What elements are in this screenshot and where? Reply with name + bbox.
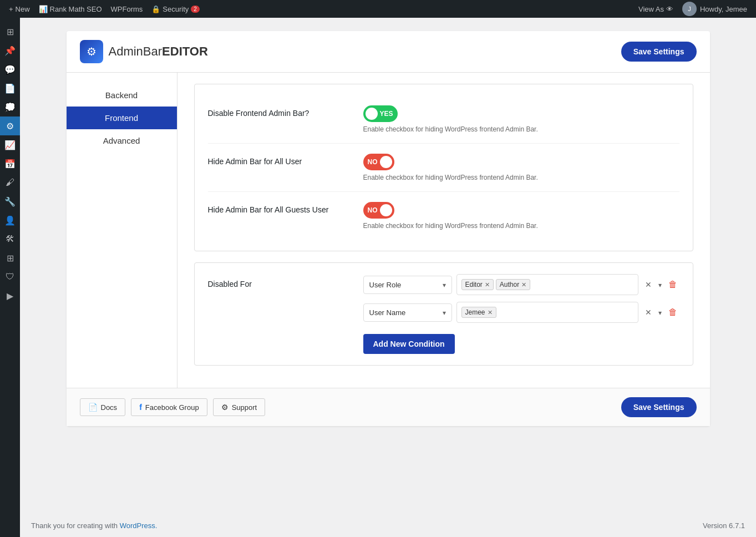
remove-jemee-tag[interactable]: ✕	[488, 309, 493, 316]
view-as-button[interactable]: View As 👁	[634, 0, 678, 18]
disabled-for-row: Disabled For User Role Editor	[208, 274, 679, 354]
condition-value-area-1[interactable]: Editor ✕ Author ✕	[456, 274, 638, 295]
toggle-knob-no	[380, 156, 392, 168]
sidebar-icon-bubble[interactable]: 💭	[0, 98, 20, 116]
facebook-icon: f	[139, 403, 142, 412]
expand-condition-2[interactable]	[656, 306, 664, 319]
admin-bar-item-security[interactable]: 🔒 Security 2	[147, 0, 204, 18]
plugin-content: Backend Frontend Advanced Disable Fronte…	[67, 73, 710, 388]
wordpress-link[interactable]: WordPress.	[120, 521, 158, 530]
remove-editor-tag[interactable]: ✕	[485, 281, 490, 288]
toggle-knob-guests-no	[380, 204, 392, 216]
sidebar-icon-brush[interactable]: 🖌	[0, 173, 20, 192]
admin-bar-item-rankmath[interactable]: 📊 Rank Math SEO	[34, 0, 106, 18]
plugin-logo: ⚙ AdminBarEDITOR	[80, 40, 208, 63]
support-icon: ⚙	[221, 403, 229, 412]
sidebar-icon-analytics[interactable]: 📈	[0, 135, 20, 154]
setting-control-disable: YES Enable checkbox for hiding WordPress…	[363, 105, 679, 133]
footer-support-link[interactable]: ⚙ Support	[213, 398, 266, 416]
setting-row-hide-all: Hide Admin Bar for All User NO Enable ch…	[208, 144, 679, 192]
docs-icon: 📄	[88, 403, 98, 412]
sidebar-icon-adminbar[interactable]: ⚙	[0, 116, 20, 135]
add-new-condition-button[interactable]: Add New Condition	[363, 334, 455, 354]
sidebar-icon-pages[interactable]: 📄	[0, 79, 20, 98]
sidebar-icon-grid[interactable]: ⊞	[0, 249, 20, 267]
security-icon: 🔒	[151, 5, 160, 13]
tag-author: Author ✕	[496, 279, 530, 290]
tag-editor: Editor ✕	[461, 279, 494, 290]
condition-type-select-1[interactable]: User Role	[363, 276, 452, 294]
nav-item-advanced[interactable]: Advanced	[67, 129, 177, 152]
close-condition-1[interactable]: ✕	[643, 278, 654, 291]
setting-desc-hide-guests: Enable checkbox for hiding WordPress fro…	[363, 222, 679, 230]
toggles-section: Disable Frontend Admin Bar? YES Enable c…	[194, 84, 693, 251]
admin-bar: + New 📊 Rank Math SEO WPForms 🔒 Security…	[0, 0, 756, 18]
setting-label-disable: Disable Frontend Admin Bar?	[208, 105, 363, 118]
nav-sidebar: Backend Frontend Advanced	[67, 73, 177, 388]
conditions-area: User Role Editor ✕ Author	[363, 274, 679, 354]
tag-jemee: Jemee ✕	[461, 307, 496, 318]
nav-item-backend[interactable]: Backend	[67, 84, 177, 107]
settings-area: Disable Frontend Admin Bar? YES Enable c…	[177, 73, 710, 388]
avatar: J	[682, 2, 697, 16]
footer-docs-link[interactable]: 📄 Docs	[80, 398, 126, 416]
wp-sidebar: ⊞ 📌 💬 📄 💭 ⚙ 📈 📅 🖌 🔧 👤 🛠 ⊞ 🛡 ▶	[0, 18, 20, 537]
delete-condition-2[interactable]: 🗑	[666, 305, 679, 320]
sidebar-icon-dashboard[interactable]: ⊞	[0, 22, 20, 41]
sidebar-icon-wrench[interactable]: 🔧	[0, 192, 20, 211]
condition-type-select-2[interactable]: User Name	[363, 303, 452, 322]
wp-footer-version: Version 6.7.1	[703, 521, 745, 530]
logo-text: AdminBarEDITOR	[109, 44, 208, 59]
condition-actions-1: ✕ 🗑	[643, 277, 679, 292]
logo-icon: ⚙	[80, 40, 103, 63]
sidebar-icon-user[interactable]: 👤	[0, 211, 20, 230]
condition-actions-2: ✕ 🗑	[643, 305, 679, 320]
sidebar-icon-calendar[interactable]: 📅	[0, 154, 20, 173]
sidebar-icon-pin[interactable]: 📌	[0, 41, 20, 60]
toggle-hide-guests[interactable]: NO	[363, 202, 394, 219]
disabled-for-section: Disabled For User Role Editor	[194, 262, 693, 366]
toggle-knob	[366, 108, 378, 120]
sidebar-icon-tools[interactable]: 🛠	[0, 230, 20, 249]
setting-label-hide-guests: Hide Admin Bar for All Guests User	[208, 202, 363, 214]
setting-row-disable-frontend: Disable Frontend Admin Bar? YES Enable c…	[208, 95, 679, 144]
rankmath-icon: 📊	[39, 5, 48, 13]
delete-condition-1[interactable]: 🗑	[666, 277, 679, 292]
setting-row-hide-guests: Hide Admin Bar for All Guests User NO En…	[208, 192, 679, 240]
plus-icon: +	[9, 5, 13, 13]
sidebar-icon-shield[interactable]: 🛡	[0, 267, 20, 286]
close-condition-2[interactable]: ✕	[643, 306, 654, 319]
save-settings-button-top[interactable]: Save Settings	[621, 42, 697, 62]
setting-desc-hide-all: Enable checkbox for hiding WordPress fro…	[363, 174, 679, 181]
setting-desc-disable: Enable checkbox for hiding WordPress fro…	[363, 125, 679, 133]
wp-footer-thanks: Thank you for creating with WordPress.	[31, 521, 157, 530]
expand-condition-1[interactable]	[656, 278, 664, 291]
toggle-disable-frontend[interactable]: YES	[363, 105, 398, 122]
sidebar-icon-comments[interactable]: 💬	[0, 60, 20, 79]
security-badge: 2	[191, 6, 200, 13]
sidebar-icon-play[interactable]: ▶	[0, 286, 20, 305]
condition-value-area-2[interactable]: Jemee ✕	[456, 302, 638, 323]
admin-bar-item-wpforms[interactable]: WPForms	[106, 0, 148, 18]
condition-row-1: User Role Editor ✕ Author	[363, 274, 679, 295]
footer-facebook-link[interactable]: f Facebook Group	[131, 398, 207, 416]
nav-item-frontend[interactable]: Frontend	[67, 107, 177, 129]
eye-icon: 👁	[666, 5, 673, 13]
setting-label-hide-all: Hide Admin Bar for All User	[208, 154, 363, 166]
plugin-card: ⚙ AdminBarEDITOR Save Settings Backend F…	[67, 31, 710, 426]
admin-bar-item-new[interactable]: + New	[4, 0, 34, 18]
main-wrap: ⚙ AdminBarEDITOR Save Settings Backend F…	[20, 18, 756, 515]
setting-control-hide-guests: NO Enable checkbox for hiding WordPress …	[363, 202, 679, 230]
howdy-menu[interactable]: J Howdy, Jemee	[678, 0, 752, 18]
plugin-footer: 📄 Docs f Facebook Group ⚙ Support Save S…	[67, 388, 710, 426]
plugin-header: ⚙ AdminBarEDITOR Save Settings	[67, 31, 710, 73]
bar-right: View As 👁 J Howdy, Jemee	[634, 0, 752, 18]
disabled-for-label: Disabled For	[208, 274, 363, 288]
toggle-hide-all[interactable]: NO	[363, 154, 394, 170]
save-settings-button-bottom[interactable]: Save Settings	[621, 397, 697, 417]
setting-control-hide-all: NO Enable checkbox for hiding WordPress …	[363, 154, 679, 181]
chevron-down-icon-2	[443, 308, 446, 317]
remove-author-tag[interactable]: ✕	[521, 281, 526, 288]
condition-row-2: User Name Jemee ✕	[363, 302, 679, 323]
footer-links: 📄 Docs f Facebook Group ⚙ Support	[80, 398, 266, 416]
